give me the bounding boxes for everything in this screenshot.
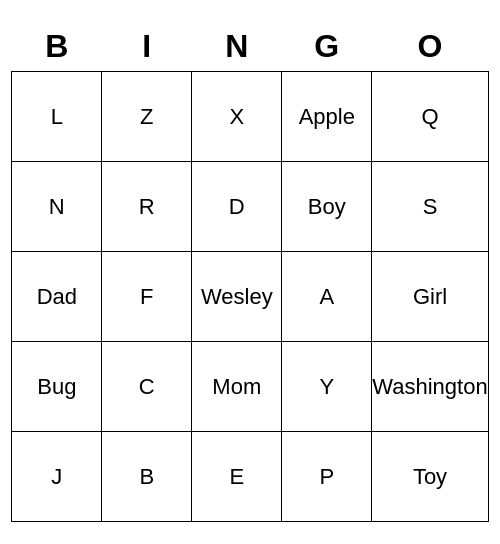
bingo-cell: C	[102, 342, 192, 432]
bingo-row: JBEPToy	[12, 432, 488, 522]
bingo-row: BugCMomYWashington	[12, 342, 488, 432]
bingo-cell: J	[12, 432, 102, 522]
bingo-cell: Mom	[192, 342, 282, 432]
bingo-cell: S	[372, 162, 488, 252]
bingo-cell: Wesley	[192, 252, 282, 342]
bingo-cell: Washington	[372, 342, 488, 432]
bingo-cell: A	[282, 252, 372, 342]
bingo-board: BINGO LZXAppleQNRDBoySDadFWesleyAGirlBug…	[11, 22, 488, 523]
bingo-cell: N	[12, 162, 102, 252]
bingo-header-cell: N	[192, 22, 282, 72]
bingo-cell: Dad	[12, 252, 102, 342]
bingo-cell: Toy	[372, 432, 488, 522]
bingo-cell: Boy	[282, 162, 372, 252]
bingo-cell: Girl	[372, 252, 488, 342]
bingo-cell: Q	[372, 72, 488, 162]
bingo-cell: E	[192, 432, 282, 522]
bingo-cell: Z	[102, 72, 192, 162]
bingo-row: DadFWesleyAGirl	[12, 252, 488, 342]
bingo-cell: L	[12, 72, 102, 162]
bingo-header-cell: B	[12, 22, 102, 72]
bingo-header-cell: G	[282, 22, 372, 72]
bingo-row: NRDBoyS	[12, 162, 488, 252]
bingo-cell: R	[102, 162, 192, 252]
bingo-cell: B	[102, 432, 192, 522]
bingo-cell: Bug	[12, 342, 102, 432]
bingo-cell: P	[282, 432, 372, 522]
bingo-cell: X	[192, 72, 282, 162]
bingo-cell: Y	[282, 342, 372, 432]
bingo-row: LZXAppleQ	[12, 72, 488, 162]
bingo-header-row: BINGO	[12, 22, 488, 72]
bingo-header-cell: O	[372, 22, 488, 72]
bingo-cell: F	[102, 252, 192, 342]
bingo-header-cell: I	[102, 22, 192, 72]
bingo-cell: Apple	[282, 72, 372, 162]
bingo-cell: D	[192, 162, 282, 252]
